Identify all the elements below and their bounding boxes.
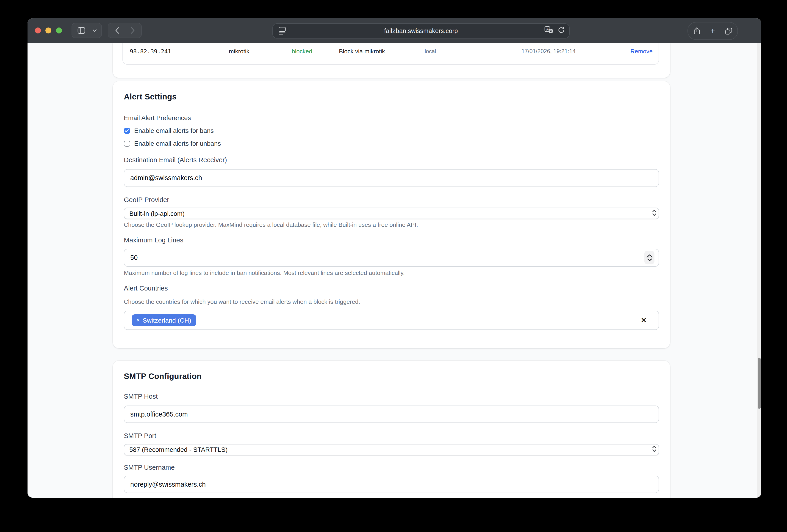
reload-icon[interactable] bbox=[558, 26, 565, 36]
forward-button[interactable] bbox=[126, 24, 140, 37]
smtp-configuration-title: SMTP Configuration bbox=[124, 372, 659, 381]
scrollbar-thumb[interactable] bbox=[758, 358, 761, 409]
number-spinner[interactable] bbox=[644, 251, 655, 265]
nav-buttons-group bbox=[108, 23, 142, 38]
smtp-username-label: SMTP Username bbox=[124, 464, 659, 471]
svg-text:A: A bbox=[546, 27, 549, 31]
translate-icon[interactable]: A bbox=[545, 26, 553, 36]
smtp-configuration-card: SMTP Configuration SMTP Host SMTP Port 5… bbox=[113, 361, 670, 497]
sidebar-toggle-button[interactable] bbox=[75, 24, 88, 37]
geoip-provider-label: GeoIP Provider bbox=[124, 196, 659, 204]
geoip-provider-select[interactable]: Built-in (ip-api.com) bbox=[124, 207, 659, 219]
max-log-lines-input[interactable] bbox=[124, 249, 659, 266]
blocked-ips-card: 98.82.39.241 mikrotik blocked Block via … bbox=[113, 43, 670, 78]
cell-source: local bbox=[425, 48, 436, 54]
chevron-left-icon bbox=[115, 27, 119, 34]
checkbox-row-unbans[interactable]: Enable email alerts for unbans bbox=[124, 140, 659, 148]
alert-settings-title: Alert Settings bbox=[124, 92, 659, 102]
traffic-lights bbox=[35, 27, 62, 34]
max-log-lines-hint: Maximum number of log lines to include i… bbox=[124, 269, 659, 276]
remove-link[interactable]: Remove bbox=[631, 48, 653, 55]
share-icon bbox=[694, 27, 700, 35]
back-button[interactable] bbox=[110, 24, 124, 37]
cell-timestamp: 17/01/2026, 19:21:14 bbox=[522, 48, 576, 54]
spinner-divider bbox=[646, 258, 653, 258]
desktop: fail2ban.swissmakers.corp A bbox=[0, 0, 787, 532]
url-text: fail2ban.swissmakers.corp bbox=[273, 27, 569, 35]
new-tab-button[interactable]: + bbox=[706, 24, 720, 38]
checkbox-bans-label: Enable email alerts for bans bbox=[134, 127, 214, 135]
smtp-port-select[interactable]: 587 (Recommended - STARTTLS) bbox=[124, 444, 659, 455]
smtp-host-input[interactable] bbox=[124, 405, 659, 423]
chevron-right-icon bbox=[130, 27, 134, 34]
toolbar-right-group: + bbox=[687, 22, 738, 40]
email-alert-preferences-heading: Email Alert Preferences bbox=[124, 114, 659, 122]
geoip-provider-hint: Choose the GeoIP lookup provider. MaxMin… bbox=[124, 221, 659, 228]
chevron-up-icon bbox=[647, 254, 652, 257]
alert-countries-hint: Choose the countries for which you want … bbox=[124, 298, 659, 305]
select-stepper-icon bbox=[652, 209, 656, 217]
geoip-provider-selected: Built-in (ip-api.com) bbox=[129, 209, 185, 217]
page-content: 98.82.39.241 mikrotik blocked Block via … bbox=[27, 43, 761, 497]
check-icon bbox=[125, 129, 129, 132]
sidebar-icon bbox=[78, 27, 85, 34]
tag-remove-icon[interactable]: × bbox=[136, 317, 140, 323]
checkbox-unbans-label: Enable email alerts for unbans bbox=[134, 140, 221, 148]
cell-ip: 98.82.39.241 bbox=[130, 48, 171, 55]
cell-action: Block via mikrotik bbox=[339, 48, 385, 55]
alert-countries-input[interactable]: × Switzerland (CH) ✕ bbox=[124, 310, 659, 330]
browser-toolbar: fail2ban.swissmakers.corp A bbox=[27, 18, 761, 43]
tag-label: Switzerland (CH) bbox=[143, 317, 191, 324]
plus-icon: + bbox=[710, 26, 715, 36]
zoom-window-button[interactable] bbox=[56, 27, 62, 34]
checkbox-bans[interactable] bbox=[124, 128, 130, 134]
smtp-port-selected: 587 (Recommended - STARTTLS) bbox=[129, 446, 228, 453]
destination-email-label: Destination Email (Alerts Receiver) bbox=[124, 156, 659, 164]
status-badge: blocked bbox=[292, 48, 312, 55]
clear-tags-icon[interactable]: ✕ bbox=[641, 316, 647, 325]
country-tag-switzerland[interactable]: × Switzerland (CH) bbox=[131, 314, 196, 326]
minimize-window-button[interactable] bbox=[45, 27, 51, 34]
browser-window: fail2ban.swissmakers.corp A bbox=[27, 18, 761, 497]
checkbox-row-bans[interactable]: Enable email alerts for bans bbox=[124, 127, 659, 135]
max-log-lines-field bbox=[124, 249, 659, 266]
scrollbar-track[interactable] bbox=[757, 43, 761, 497]
blocked-ips-table: 98.82.39.241 mikrotik blocked Block via … bbox=[123, 43, 659, 64]
tab-overview-button[interactable] bbox=[722, 24, 736, 38]
max-log-lines-label: Maximum Log Lines bbox=[124, 237, 659, 244]
tabs-overview-icon bbox=[725, 27, 732, 35]
tab-group-chevron-button[interactable] bbox=[90, 24, 99, 37]
address-bar[interactable]: fail2ban.swissmakers.corp A bbox=[272, 23, 570, 39]
table-row: 98.82.39.241 mikrotik blocked Block via … bbox=[123, 43, 659, 64]
share-button[interactable] bbox=[690, 24, 704, 38]
smtp-port-label: SMTP Port bbox=[124, 432, 659, 440]
chevron-down-icon bbox=[93, 29, 97, 32]
smtp-username-input[interactable] bbox=[124, 475, 659, 493]
cell-jail: mikrotik bbox=[229, 48, 250, 55]
nav-divider bbox=[125, 26, 125, 35]
select-stepper-icon bbox=[652, 445, 656, 453]
chevron-down-icon bbox=[647, 259, 652, 261]
close-window-button[interactable] bbox=[35, 27, 41, 34]
smtp-host-label: SMTP Host bbox=[124, 393, 659, 400]
alert-countries-label: Alert Countries bbox=[124, 285, 659, 292]
sidebar-toggle-group bbox=[71, 23, 102, 38]
destination-email-input[interactable] bbox=[124, 169, 659, 187]
checkbox-unbans[interactable] bbox=[124, 141, 130, 147]
alert-settings-card: Alert Settings Email Alert Preferences E… bbox=[113, 81, 670, 348]
